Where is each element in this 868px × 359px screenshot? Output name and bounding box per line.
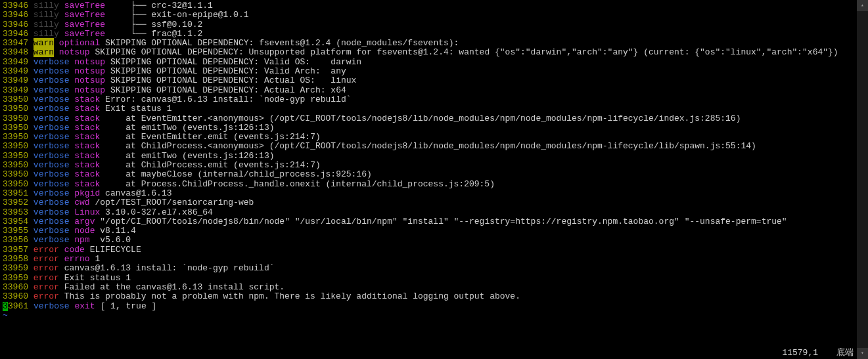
log-message: 1 xyxy=(95,254,100,264)
log-line: 33946 silly saveTree ├── exit-on-epipe@1… xyxy=(3,11,865,20)
line-number: 33960 xyxy=(3,291,28,301)
log-message: "/opt/CI_ROOT/tools/nodejs8/bin/node" "/… xyxy=(100,217,787,226)
log-level: verbose xyxy=(34,85,70,95)
log-tag: exit xyxy=(74,301,95,311)
line-number: 33950 xyxy=(3,104,28,114)
log-tag: npm xyxy=(74,235,89,245)
vim-status-bar: 11579,1 底端 xyxy=(782,348,854,358)
log-tag: saveTree xyxy=(64,10,105,20)
line-number: 33950 xyxy=(3,160,28,170)
line-number: 33950 xyxy=(3,169,28,179)
log-line: 33949 verbose notsup SKIPPING OPTIONAL D… xyxy=(3,86,865,95)
line-number: 33956 xyxy=(3,235,28,245)
log-line: 33948 warn notsup SKIPPING OPTIONAL DEPE… xyxy=(3,48,865,57)
log-line: 33950 verbose stack at emitTwo (events.j… xyxy=(3,152,865,161)
log-message: Failed at the canvas@1.6.13 install scri… xyxy=(64,282,285,292)
line-number: 33949 xyxy=(3,66,28,76)
log-level: verbose xyxy=(34,198,70,207)
log-level: verbose xyxy=(34,132,70,142)
log-level: verbose xyxy=(34,207,70,217)
log-message: └── frac@1.1.2 xyxy=(110,29,202,39)
log-tag: stack xyxy=(74,114,100,123)
log-level: verbose xyxy=(34,179,70,189)
log-tag: code xyxy=(64,245,85,255)
line-number: 33946 xyxy=(3,29,28,39)
log-line: 33958 error errno 1 xyxy=(3,255,865,264)
line-number: 33946 xyxy=(3,1,28,11)
vertical-scrollbar[interactable]: ▴ ▾ xyxy=(857,0,868,359)
log-line: 33960 error This is probably not a probl… xyxy=(3,292,865,301)
line-number: 33950 xyxy=(3,151,28,161)
log-line: 33950 verbose stack at emitTwo (events.j… xyxy=(3,123,865,133)
line-number: 33953 xyxy=(3,207,28,217)
log-level: error xyxy=(34,291,59,301)
log-line: 33949 verbose notsup SKIPPING OPTIONAL D… xyxy=(3,58,865,67)
log-message: at EventEmitter.<anonymous> (/opt/CI_ROO… xyxy=(105,114,741,123)
log-message: v5.6.0 xyxy=(95,235,131,245)
line-number: 33947 xyxy=(3,38,28,48)
log-line: 33951 verbose pkgid canvas@1.6.13 xyxy=(3,189,865,198)
log-message: ELIFECYCLE xyxy=(90,245,141,255)
terminal-output[interactable]: 33946 silly saveTree ├── crc-32@1.1.1339… xyxy=(0,0,868,322)
log-level: warn xyxy=(34,47,54,57)
line-number: 33950 xyxy=(3,179,28,189)
log-tag: notsup xyxy=(74,57,105,67)
log-tag: stack xyxy=(74,151,100,161)
log-line: 33959 error canvas@1.6.13 install: `node… xyxy=(3,264,865,273)
line-number: 33950 xyxy=(3,114,28,123)
line-number: 33959 xyxy=(3,263,28,273)
log-tag: stack xyxy=(74,104,100,114)
log-message: ├── exit-on-epipe@1.0.1 xyxy=(110,10,249,20)
log-line: 33957 error code ELIFECYCLE xyxy=(3,245,865,255)
log-level: error xyxy=(34,282,59,292)
line-number: 33950 xyxy=(3,141,28,151)
log-tag: notsup xyxy=(74,75,105,85)
log-line: 33947 warn optional SKIPPING OPTIONAL DE… xyxy=(3,39,865,48)
line-number: 33948 xyxy=(3,47,28,57)
log-message: ├── ssf@0.10.2 xyxy=(110,20,202,30)
log-line: 33950 verbose stack at ChildProcess.<ano… xyxy=(3,142,865,151)
file-position: 底端 xyxy=(836,348,854,358)
log-level: verbose xyxy=(34,301,70,311)
log-tag: saveTree xyxy=(64,1,105,11)
scrollbar-track[interactable] xyxy=(857,11,868,348)
scroll-up-arrow[interactable]: ▴ xyxy=(857,0,868,11)
log-tag: saveTree xyxy=(64,20,105,30)
log-tag: Linux xyxy=(74,207,100,217)
log-level: verbose xyxy=(34,226,70,236)
log-line: 33950 verbose stack at EventEmitter.emit… xyxy=(3,133,865,142)
line-number: 33952 xyxy=(3,198,28,207)
log-tag: node xyxy=(74,226,95,236)
log-tag: stack xyxy=(74,123,100,133)
log-level: verbose xyxy=(34,104,70,114)
log-tag: errno xyxy=(64,254,90,264)
log-message: at emitTwo (events.js:126:13) xyxy=(105,123,274,133)
log-line: 33955 verbose node v8.11.4 xyxy=(3,226,865,236)
log-tag: saveTree xyxy=(64,29,105,39)
line-number: 33960 xyxy=(3,282,28,292)
log-tag: stack xyxy=(74,160,100,170)
log-level: warn xyxy=(34,38,54,48)
log-tag: stack xyxy=(74,132,100,142)
line-number: 33951 xyxy=(3,188,28,198)
log-message: ├── crc-32@1.1.1 xyxy=(110,1,213,11)
line-number: 33950 xyxy=(3,123,28,133)
line-number: 33946 xyxy=(3,20,28,30)
log-message: Error: canvas@1.6.13 install: `node-gyp … xyxy=(105,95,351,104)
line-number: 33949 xyxy=(3,75,28,85)
log-level: verbose xyxy=(34,75,70,85)
log-level: silly xyxy=(34,20,59,30)
log-message: v8.11.4 xyxy=(100,226,136,236)
log-level: silly xyxy=(34,29,59,39)
log-message: at Process.ChildProcess._handle.onexit (… xyxy=(105,179,495,189)
log-line: 33946 silly saveTree ├── ssf@0.10.2 xyxy=(3,20,865,30)
log-line: 33952 verbose cwd /opt/TEST_ROOT/seniorc… xyxy=(3,198,865,207)
scroll-down-arrow[interactable]: ▾ xyxy=(857,348,868,359)
log-tag: notsup xyxy=(74,66,105,76)
line-number: 33959 xyxy=(3,273,28,283)
cursor: 3 xyxy=(3,302,8,311)
log-level: verbose xyxy=(34,141,70,151)
log-tag: stack xyxy=(74,95,100,104)
log-tag: notsup xyxy=(59,47,90,57)
log-tag: stack xyxy=(74,169,100,179)
